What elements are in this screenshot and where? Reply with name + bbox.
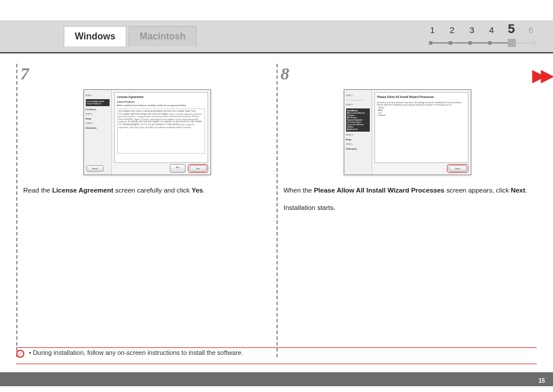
prohibition-icon [16, 350, 24, 358]
ss-side-step3: STEP 3 [86, 122, 110, 125]
caption-step-7: Read the License Agreement screen carefu… [23, 186, 271, 195]
screenshot-allow-processes: STEP 1 License Agreement STEP 2 Installa… [344, 89, 471, 175]
screenshot-license-agreement: STEP 1 License Agreement Canon Products … [83, 89, 211, 175]
ss2-title: Please Allow All Install Wizard Processe… [377, 95, 465, 99]
subcaption-step-8: Installation starts. [283, 204, 531, 211]
ss-yes-button[interactable]: Yes [190, 165, 206, 172]
ss-side-step1: STEP 1 [86, 95, 110, 97]
ss-side-information: Information [86, 127, 110, 129]
ss2-license: License Agreement [346, 99, 370, 101]
step-indicator: 1 2 3 4 5 6 [429, 21, 536, 47]
column-step-8: 8 STEP 1 License Agreement STEP 2 Instal… [276, 64, 537, 357]
ss2-setup: Setup [346, 139, 370, 141]
ss2-step4: STEP 4 [346, 143, 370, 146]
column-step-7: 7 STEP 1 License Agreement Canon Product… [16, 64, 276, 357]
ss2-body: Firewall or anti-virus software may show… [377, 101, 465, 117]
tab-macintosh[interactable]: Macintosh [129, 26, 197, 46]
ss-desc: Before installing Canon Products, carefu… [117, 104, 205, 107]
note-top-rule [16, 347, 537, 348]
ss2-step1: STEP 1 [346, 95, 370, 97]
ss-side-setup: Setup [86, 118, 110, 120]
ss2-step3: STEP 3 [346, 134, 370, 136]
note-text: • During installation, follow any on-scr… [29, 349, 243, 356]
step-number-7: 7 [20, 64, 271, 84]
step-3: 3 [468, 25, 475, 35]
header-band: Windows Macintosh 1 2 3 4 5 6 [0, 20, 553, 52]
ss2-step2: STEP 2 [346, 104, 370, 106]
step-number-8: 8 [281, 64, 531, 84]
ss-subtitle: Canon Products [117, 100, 205, 103]
step-4: 4 [488, 25, 495, 35]
ss2-side-highlight: Installation Allow Install Wizard Proces… [346, 108, 370, 132]
page-number: 15 [539, 378, 545, 384]
step-6: 6 [527, 25, 534, 35]
step-2: 2 [449, 25, 456, 35]
footer-bar [0, 372, 553, 386]
note-row: • During installation, follow any on-scr… [16, 349, 537, 364]
ss-back-button[interactable]: Back [86, 165, 104, 172]
ss-side-installation: Installation [86, 108, 110, 111]
highlight-yes: Yes [188, 164, 208, 173]
header-rule [0, 52, 553, 53]
ss-next-button[interactable]: Next [449, 165, 466, 172]
step-track [429, 39, 536, 47]
highlight-next: Next [447, 164, 468, 173]
ss2-information: Information [346, 148, 370, 150]
ss-side-highlight: License Agreement Canon Products [86, 99, 110, 106]
ss-no-button[interactable]: No [170, 164, 185, 173]
ss-side-step2: STEP 2 [86, 113, 110, 115]
caption-step-8: When the Please Allow All Install Wizard… [283, 186, 531, 195]
os-tabs: Windows Macintosh [64, 26, 199, 46]
ss-body-text: SOFTWARE END USER LICENSE AGREEMENT ATTE… [117, 108, 205, 154]
step-1: 1 [429, 25, 436, 35]
ss-title: License Agreement [117, 95, 205, 99]
tab-windows[interactable]: Windows [64, 26, 126, 46]
main-content: 7 STEP 1 License Agreement Canon Product… [16, 64, 537, 357]
step-5-current: 5 [508, 21, 515, 37]
